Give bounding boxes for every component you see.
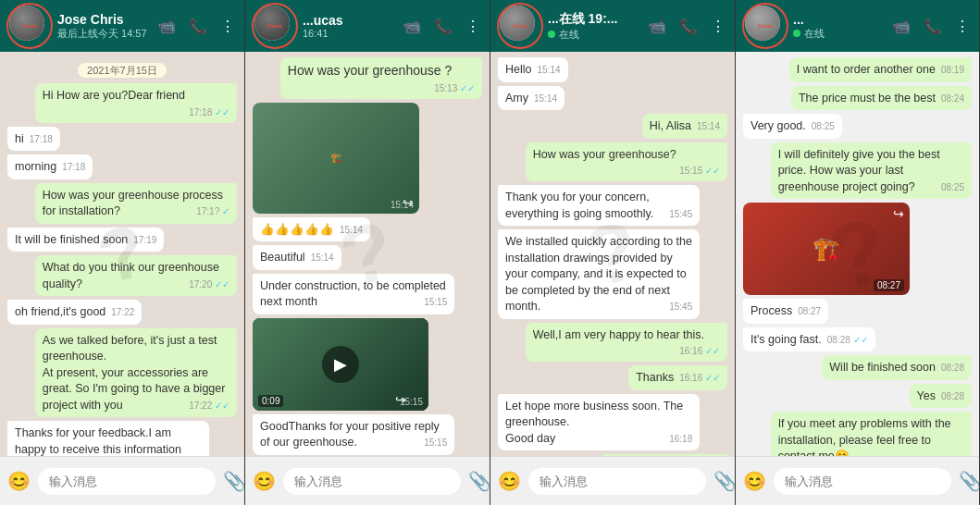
phone-icon[interactable]: 📞 (189, 18, 207, 35)
header-icons-2: 📹 📞 ⋮ (403, 18, 480, 35)
header-icons-4: 📹 📞 ⋮ (892, 18, 970, 35)
play-button[interactable]: ▶ (322, 346, 359, 383)
header-name-3: ...在线 19:... (548, 11, 640, 28)
chat-footer-2: 😊 📎 📷 🎤 (245, 456, 490, 505)
msg-amy: Amy 15:14 (498, 86, 727, 111)
phone-icon-4[interactable]: 📞 (924, 18, 942, 35)
header-info-4: ... 在线 (793, 12, 885, 41)
msg-good: oh friend,it's good 17:22 (7, 300, 237, 325)
chat-header-2: Great ...ucas 16:41 📹 📞 ⋮ (245, 0, 490, 52)
header-status-1: 最后上线今天 14:57 (57, 27, 150, 41)
img-time-badge: 08:27 (874, 279, 904, 291)
menu-icon-4[interactable]: ⋮ (955, 18, 970, 35)
msg-hi-alisa: Hi, Alisa 15:14 (498, 114, 727, 139)
msg-going-fast: It's going fast. 08:28 ✓✓ (743, 327, 972, 352)
header-info-1: Jose Chris 最后上线今天 14:57 (57, 12, 150, 41)
chat-body-4: ? I want to order another one 08:19 The … (736, 52, 979, 456)
header-info-3: ...在线 19:... 在线 (548, 11, 640, 42)
share-icon[interactable]: ↪ (893, 206, 904, 221)
chat-footer-1: 😊 📎 📷 🎤 (0, 456, 244, 505)
msg-thanks-feedback: Thanks for your feedback.I am happy to r… (7, 421, 237, 456)
chat-header-4: Great ... 在线 📹 📞 ⋮ (736, 0, 979, 52)
msg-installed-quickly: We installed quickly according to the in… (498, 229, 727, 319)
msg-beautiful: Beautiful 15:14 (253, 245, 482, 270)
emoji-icon-4[interactable]: 😊 (743, 470, 766, 492)
message-input-1[interactable] (38, 468, 216, 495)
chat-footer-4: 😊 📎 📷 🎤 (736, 456, 979, 505)
msg-how-greenhouse: How was your greenhouse? 15:15 ✓✓ (498, 142, 727, 182)
msg-img-thumb: 🏗️ 08:27 ↪ (743, 203, 972, 295)
attach-icon-2[interactable]: 📎 (468, 470, 490, 492)
avatar-2 (254, 6, 290, 41)
video-duration: 0:09 (258, 395, 283, 407)
msg-talked-before: As we talked before, it's just a test gr… (7, 328, 237, 418)
msg-hello: Hello 15:14 (498, 57, 727, 82)
msg-hi: hi 17:18 (7, 127, 237, 152)
chat-panel-1: Great Jose Chris 最后上线今天 14:57 📹 📞 ⋮ ? 20… (0, 0, 245, 505)
menu-icon-3[interactable]: ⋮ (711, 18, 726, 35)
chat-body-2: ? How was your greenhouse ? 15:13 ✓✓ 🏗️ … (245, 52, 490, 456)
msg-quality: What do you think our greenhouse quality… (7, 255, 237, 296)
chat-body-1: ? 2021年7月15日 Hi How are you?Dear friend … (0, 52, 244, 456)
msg-happy-hear: Well,I am very happy to hear this. 16:16… (498, 323, 727, 363)
date-divider-1: 2021年7月15日 (7, 63, 237, 78)
video-call-icon-4[interactable]: 📹 (892, 18, 911, 35)
msg-definitely-price: I will definitely give you the best pric… (743, 142, 972, 200)
menu-icon[interactable]: ⋮ (220, 18, 235, 35)
header-icons-3: 📹 📞 ⋮ (648, 18, 726, 35)
chat-panel-3: Great ...在线 19:... 在线 📹 📞 ⋮ ? Hello 15:1… (490, 0, 736, 505)
msg-process: Process 08:27 (743, 299, 972, 324)
msg-will-finished: Will be finished soon 08:28 (743, 355, 972, 380)
msg-best-price: The price must be the best 08:24 (743, 86, 972, 111)
header-name-1: Jose Chris (57, 12, 150, 27)
video-call-icon-2[interactable]: 📹 (403, 18, 421, 35)
phone-icon-3[interactable]: 📞 (679, 18, 698, 35)
msg-finished-soon: It will be finished soon 17:19 (7, 228, 237, 252)
video-call-icon[interactable]: 📹 (157, 18, 176, 35)
emoji-icon-2[interactable]: 😊 (253, 470, 276, 492)
attach-icon-4[interactable]: 📎 (959, 470, 980, 492)
msg-morning: morning 17:18 (7, 154, 237, 179)
header-icons-1: 📹 📞 ⋮ (157, 18, 235, 35)
msg-very-good: Very good. 08:25 (743, 114, 972, 139)
msg-greenhouse-question: How was your greenhouse ? 15:13 ✓✓ (253, 57, 482, 99)
attach-icon-1[interactable]: 📎 (223, 470, 245, 492)
header-name-4: ... (793, 12, 885, 27)
forward-icon-video[interactable]: ↪ (395, 392, 406, 407)
chat-header-1: Great Jose Chris 最后上线今天 14:57 📹 📞 ⋮ (0, 0, 244, 52)
chat-footer-3: 😊 📎 📷 🎤 (490, 456, 735, 505)
msg-problems-installation: If you meet any problems with the instal… (743, 412, 972, 456)
header-status-4: 在线 (793, 27, 885, 41)
chat-body-3: ? Hello 15:14 Amy 15:14 Hi, Alisa 15:14 … (490, 52, 735, 456)
chat-panel-4: Great ... 在线 📹 📞 ⋮ ? I want to order ano… (736, 0, 980, 505)
message-input-4[interactable] (774, 468, 951, 495)
message-input-3[interactable] (528, 468, 706, 495)
chat-panel-2: Great ...ucas 16:41 📹 📞 ⋮ ? How was your… (245, 0, 490, 505)
msg-under-construction: Under construction, to be completed next… (253, 274, 482, 314)
avatar-1 (9, 6, 44, 41)
msg-video: ▶ 0:09 15:15 ↪ (253, 318, 482, 411)
emoji-icon-1[interactable]: 😊 (7, 470, 31, 492)
message-input-2[interactable] (283, 468, 461, 495)
header-info-2: ...ucas 16:41 (303, 13, 395, 39)
msg-greenhouse-img: 🏗️ ↪ 15:14 (253, 103, 482, 214)
msg-thumbsup: 👍👍👍👍👍 15:14 (253, 217, 482, 242)
msg-sounds-nice: Sounds nice. 16:21 ✓✓ (498, 454, 727, 456)
msg-order-another: I want to order another one 08:19 (743, 57, 972, 82)
header-status-3: 在线 (548, 28, 640, 42)
msg-greenhouse-process: How was your greenhouse process for inst… (7, 183, 237, 224)
msg-positive-reply: GoodThanks for your positive reply of ou… (253, 414, 482, 455)
msg-more-business: Let hope more business soon. The greenho… (498, 394, 727, 451)
phone-icon-2[interactable]: 📞 (434, 18, 453, 35)
menu-icon-2[interactable]: ⋮ (465, 18, 480, 35)
msg-hi-friend: Hi How are you?Dear friend 17:18 ✓✓ (7, 83, 237, 123)
avatar-3 (500, 6, 535, 41)
msg-yes: Yes 08:28 (743, 384, 972, 409)
chat-header-3: Great ...在线 19:... 在线 📹 📞 ⋮ (490, 0, 735, 52)
attach-icon-3[interactable]: 📎 (713, 470, 736, 492)
msg-concern: Thank you for your concern, everything i… (498, 185, 727, 226)
video-call-icon-3[interactable]: 📹 (648, 18, 666, 35)
header-status-2: 16:41 (303, 28, 395, 39)
emoji-icon-3[interactable]: 😊 (498, 470, 521, 492)
header-name-2: ...ucas (303, 13, 395, 28)
